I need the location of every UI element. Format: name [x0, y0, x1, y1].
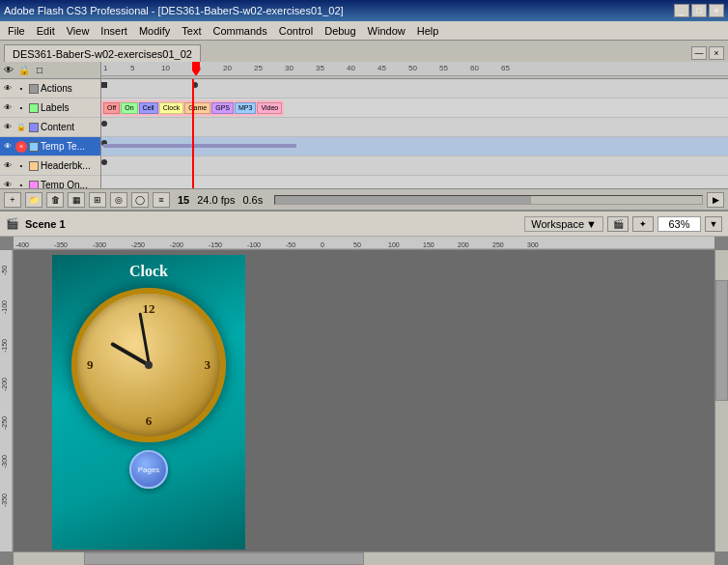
- menu-text[interactable]: Text: [176, 23, 207, 39]
- close-button[interactable]: ×: [709, 4, 724, 17]
- svg-text:-50: -50: [286, 241, 295, 248]
- frame-label-65: 65: [501, 64, 510, 72]
- svg-text:-250: -250: [131, 241, 145, 248]
- edit-scene-button[interactable]: 🎬: [607, 216, 629, 232]
- add-layer-button[interactable]: +: [4, 192, 21, 208]
- time-display: 0.6s: [242, 194, 263, 206]
- layer-actions[interactable]: 👁 • Actions: [0, 79, 100, 99]
- svg-text:-400: -400: [15, 241, 29, 248]
- playhead-line: [192, 79, 194, 188]
- menu-debug[interactable]: Debug: [319, 23, 361, 39]
- tab-close-button[interactable]: ×: [709, 46, 724, 60]
- add-folder-button[interactable]: 📁: [25, 192, 42, 208]
- canvas-viewport[interactable]: Clock 12 3 6 9: [14, 250, 714, 551]
- layer-headerbk[interactable]: 👁 • Headerbk...: [0, 156, 100, 176]
- lock-icon[interactable]: 🔒: [17, 64, 31, 77]
- frames-panel[interactable]: Off On Cell Clock Game GPS MP3 Video: [101, 79, 728, 188]
- zoom-dropdown-button[interactable]: ▼: [705, 216, 722, 232]
- edit-multiple-btn[interactable]: ⊞: [89, 192, 106, 208]
- canvas-area[interactable]: -400 -350 -300 -250 -200 -150 -100 -50 0…: [0, 237, 728, 565]
- frame-label-35: 35: [316, 64, 324, 72]
- clock-button-label: Pages: [138, 466, 160, 474]
- eye-icon[interactable]: 👁: [2, 64, 15, 77]
- frame-row-headerbk: [101, 156, 728, 176]
- layer-content[interactable]: 👁 🔒 Content: [0, 118, 100, 137]
- menu-help[interactable]: Help: [411, 23, 445, 39]
- edit-symbols-button[interactable]: ✦: [632, 216, 654, 232]
- layer-name-actions: Actions: [41, 83, 98, 94]
- timeline-scrollbar[interactable]: [274, 195, 703, 205]
- menu-edit[interactable]: Edit: [31, 23, 61, 39]
- svg-text:0: 0: [321, 241, 324, 248]
- layer-vis-icon[interactable]: 👁: [2, 102, 14, 114]
- keyframe-content: [101, 121, 107, 127]
- vertical-scrollbar[interactable]: [714, 250, 728, 551]
- menu-control[interactable]: Control: [273, 23, 319, 39]
- main-container: Adobe Flash CS3 Professional - [DES361-B…: [0, 0, 728, 565]
- svg-text:-200: -200: [170, 241, 183, 248]
- layer-lock-icon[interactable]: •: [15, 180, 27, 189]
- menu-view[interactable]: View: [61, 23, 96, 39]
- modify-onion-btn[interactable]: ≡: [153, 192, 170, 208]
- timeline-scrollbar-thumb[interactable]: [275, 196, 531, 204]
- onion-skin-btn[interactable]: ◎: [110, 192, 127, 208]
- menu-insert[interactable]: Insert: [95, 23, 133, 39]
- flash-stage[interactable]: Clock 12 3 6 9: [52, 255, 245, 550]
- workspace-chevron-icon: ▼: [586, 218, 597, 230]
- tab-restore-button[interactable]: —: [691, 46, 707, 60]
- timeline-layers: 👁 • Actions 👁 • Labels 👁 🔒 Co: [0, 79, 728, 188]
- layer-lock-icon[interactable]: •: [15, 83, 27, 95]
- layer-vis-icon[interactable]: 👁: [2, 122, 14, 133]
- box-icon[interactable]: □: [33, 64, 46, 77]
- frame-label-10: 10: [161, 64, 170, 72]
- layer-tempte[interactable]: 👁 × Temp Te...: [0, 137, 100, 156]
- clock-center-dot: [145, 361, 153, 369]
- frame-label-50: 50: [408, 64, 417, 72]
- clock-face: 12 3 6 9: [71, 288, 226, 442]
- layer-vis-icon[interactable]: 👁: [2, 180, 14, 189]
- layer-type-icon: [29, 142, 39, 152]
- layer-tempon[interactable]: 👁 • Temp On...: [0, 176, 100, 188]
- workspace-button[interactable]: Workspace ▼: [524, 216, 603, 232]
- menu-commands[interactable]: Commands: [207, 23, 272, 39]
- svg-text:100: 100: [388, 241, 400, 248]
- document-tab-bar: DES361-BaberS-w02-exercises01_02 — ×: [0, 41, 728, 62]
- menu-window[interactable]: Window: [362, 23, 411, 39]
- menu-modify[interactable]: Modify: [133, 23, 176, 39]
- layer-name-headerbk: Headerbk...: [41, 160, 98, 171]
- svg-text:-50: -50: [1, 266, 8, 275]
- current-frame-display: 15: [178, 194, 189, 206]
- layer-type-icon: [29, 103, 39, 113]
- svg-text:-100: -100: [1, 300, 8, 314]
- playhead-marker[interactable]: [192, 62, 200, 76]
- clock-button[interactable]: Pages: [129, 450, 168, 489]
- horizontal-scrollbar[interactable]: [14, 551, 714, 565]
- minimize-button[interactable]: _: [674, 4, 689, 17]
- layer-vis-icon[interactable]: 👁: [2, 160, 14, 172]
- keyframe-headerbk: [101, 159, 107, 165]
- v-scrollbar-thumb[interactable]: [715, 280, 728, 401]
- document-tab[interactable]: DES361-BaberS-w02-exercises01_02: [4, 44, 201, 62]
- delete-layer-button[interactable]: 🗑: [46, 192, 64, 208]
- layer-vis-icon[interactable]: 👁: [2, 83, 14, 95]
- onion-outlines-btn[interactable]: ◯: [131, 192, 149, 208]
- layer-lock-icon[interactable]: •: [15, 160, 27, 172]
- frame-view-btn[interactable]: ▦: [68, 192, 85, 208]
- workspace-label: Workspace: [531, 218, 584, 230]
- delete-layer-icon[interactable]: ×: [15, 141, 27, 153]
- layer-lock-icon[interactable]: •: [15, 102, 27, 114]
- svg-text:200: 200: [458, 241, 469, 248]
- frame-row-content: [101, 118, 728, 137]
- layer-lock-icon[interactable]: 🔒: [15, 122, 27, 133]
- layer-labels[interactable]: 👁 • Labels: [0, 99, 100, 118]
- scroll-right-btn[interactable]: ▶: [707, 192, 724, 208]
- maximize-button[interactable]: □: [691, 4, 707, 17]
- fps-display: 24.0 fps: [197, 194, 235, 206]
- layer-type-icon: [29, 181, 39, 189]
- tween-span-tempte: [103, 144, 296, 148]
- title-bar: Adobe Flash CS3 Professional - [DES361-B…: [0, 0, 728, 21]
- h-scrollbar-thumb[interactable]: [84, 552, 364, 565]
- timeline: 👁 🔒 □ 1 5 10 15 20 25 30 35 40 45 50 55 …: [0, 62, 728, 212]
- menu-file[interactable]: File: [2, 23, 31, 39]
- layer-vis-icon[interactable]: 👁: [2, 141, 14, 153]
